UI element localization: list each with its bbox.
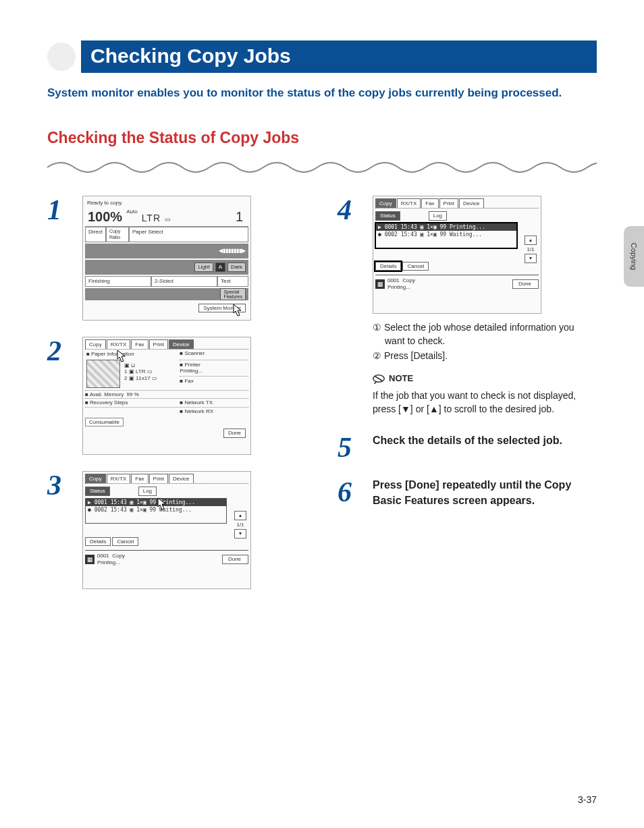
log-btn[interactable]: Log — [429, 211, 447, 221]
ready-label: Ready to copy. — [85, 198, 248, 208]
two-sided-btn[interactable]: 2-Sided — [151, 276, 217, 287]
tab-print[interactable]: Print — [149, 474, 168, 484]
side-tab: Copying — [624, 226, 644, 287]
log-btn[interactable]: Log — [138, 487, 157, 496]
copy-ratio-btn[interactable]: Copy Ratio — [106, 227, 129, 242]
tab-copy[interactable]: Copy — [85, 339, 106, 350]
job-state: Printing... — [97, 559, 120, 565]
done-btn[interactable]: Done — [512, 279, 539, 289]
tabs-row: Copy RX/TX Fax Print Device — [85, 339, 248, 350]
note-icon — [373, 372, 385, 385]
side-tab-label: Copying — [630, 243, 638, 270]
done-btn[interactable]: Done — [223, 429, 246, 438]
note-block: NOTE If the job that you want to check i… — [373, 372, 597, 416]
step-number: 6 — [338, 478, 360, 506]
tab-rxtx[interactable]: RX/TX — [397, 198, 421, 209]
cursor-icon — [233, 304, 244, 317]
tab-copy[interactable]: Copy — [85, 474, 106, 484]
printer-status-label: Printing... — [180, 368, 248, 375]
note-label: NOTE — [389, 373, 413, 383]
scroll-up-btn[interactable]: ▴ — [234, 511, 246, 520]
paper-select-btn[interactable]: Paper Select — [129, 227, 248, 242]
direct-btn[interactable]: Direct — [85, 227, 106, 242]
tab-print[interactable]: Print — [149, 339, 168, 350]
screenshot-copy-status-select: Copy RX/TX Fax Print Device Status Log ▶… — [373, 196, 541, 314]
content-columns: 1 Ready to copy. 100% Auto LTR ▭ 1 Direc… — [47, 196, 597, 605]
tab-fax[interactable]: Fax — [131, 339, 148, 350]
step-4: 4 Copy RX/TX Fax Print Device Status Log — [338, 196, 597, 416]
copy-count: 1 — [236, 209, 246, 225]
paper-auto: Auto — [126, 209, 137, 215]
dark-btn[interactable]: Dark — [227, 263, 246, 272]
tab-fax[interactable]: Fax — [421, 198, 438, 209]
paper-size: LTR — [142, 213, 161, 224]
step-number: 5 — [338, 433, 360, 462]
page-number: 3-37 — [578, 794, 597, 805]
job-state: Printing... — [387, 284, 410, 290]
fax-label: Fax — [184, 378, 193, 384]
tab-copy[interactable]: Copy — [375, 198, 396, 209]
step-number: 1 — [47, 196, 70, 224]
pager: ▴ 1/1 ▾ — [234, 511, 246, 541]
cancel-btn[interactable]: Cancel — [402, 262, 429, 271]
done-btn[interactable]: Done — [222, 555, 248, 564]
scroll-up-btn[interactable]: ▴ — [525, 236, 537, 245]
scroll-down-btn[interactable]: ▾ — [234, 529, 246, 539]
page-title-row: Checking Copy Jobs — [47, 40, 597, 73]
job-row[interactable]: ● 0002 15:43 ▣ 1×▣ 99 Waiting... — [86, 506, 226, 514]
light-btn[interactable]: Light — [194, 263, 213, 272]
step-5-text: Check the details of the selected job. — [373, 433, 597, 448]
details-btn[interactable]: Details — [85, 537, 111, 547]
step-3: 3 Copy RX/TX Fax Print Device Status Log — [47, 471, 306, 589]
note-text: If the job that you want to check is not… — [373, 389, 597, 416]
job-icon: ▦ — [85, 555, 95, 564]
cursor-icon — [117, 350, 128, 363]
pager-value: 1/1 — [234, 522, 246, 528]
status-btn[interactable]: Status — [375, 211, 400, 221]
step-6-text: Press [Done] repeatedly until the Copy B… — [373, 478, 597, 508]
tab-device[interactable]: Device — [169, 339, 193, 350]
job-row[interactable]: ▶ 0001 15:43 ▣ 1×▣ 99 Printing... — [376, 223, 516, 231]
job-id: 0001 — [97, 553, 109, 559]
job-icon: ▦ — [375, 279, 385, 289]
tab-print[interactable]: Print — [439, 198, 458, 209]
job-type: Copy — [112, 553, 125, 559]
title-bullet-icon — [47, 43, 76, 71]
step-6: 6 Press [Done] repeatedly until the Copy… — [338, 478, 597, 508]
job-id: 0001 — [387, 277, 400, 283]
tab-rxtx[interactable]: RX/TX — [107, 474, 131, 484]
scanner-label: Scanner — [184, 350, 205, 356]
tab-rxtx[interactable]: RX/TX — [107, 339, 131, 350]
details-btn[interactable]: Details — [375, 262, 401, 271]
ratio-value: 100% — [88, 209, 122, 225]
status-btn[interactable]: Status — [85, 487, 110, 496]
text-mode-btn[interactable]: Text — [217, 276, 248, 287]
paper-info-label: Paper Information — [91, 351, 134, 357]
section-heading: Checking the Status of Copy Jobs — [47, 129, 597, 147]
cancel-btn[interactable]: Cancel — [112, 537, 138, 547]
step-number: 3 — [47, 471, 70, 499]
tab-fax[interactable]: Fax — [131, 474, 148, 484]
tab-device[interactable]: Device — [459, 198, 483, 209]
page-title: Checking Copy Jobs — [81, 40, 597, 73]
auto-density-btn[interactable]: A — [215, 263, 225, 272]
step-1: 1 Ready to copy. 100% Auto LTR ▭ 1 Direc… — [47, 196, 306, 321]
net-rx-label: Network RX — [184, 408, 213, 414]
scroll-down-btn[interactable]: ▾ — [525, 254, 537, 263]
step-number: 2 — [47, 337, 70, 365]
printer-icon — [86, 360, 120, 388]
step-5: 5 Check the details of the selected job. — [338, 433, 597, 462]
special-features-btn[interactable]: Special Features — [220, 288, 246, 300]
cursor-icon — [157, 497, 168, 511]
printer-label: Printer — [184, 362, 200, 368]
step-2: 2 Copy RX/TX Fax Print Device ■ Paper In… — [47, 337, 306, 455]
tab-device[interactable]: Device — [169, 474, 193, 484]
consumable-btn[interactable]: Consumable — [85, 418, 124, 427]
intro-text: System monitor enables you to monitor th… — [47, 85, 597, 102]
step-number: 4 — [338, 196, 360, 224]
job-row[interactable]: ▶ 0001 15:43 ▣ 1×▣ 99 Printing... — [86, 499, 226, 507]
screenshot-device-tab: Copy RX/TX Fax Print Device ■ Paper Info… — [82, 337, 251, 455]
finishing-btn[interactable]: Finishing — [85, 276, 151, 287]
substep-1: ① Select the job whose detailed informat… — [373, 321, 597, 348]
job-row[interactable]: ● 0002 15:43 ▣ 1×▣ 99 Waiting... — [376, 231, 516, 239]
